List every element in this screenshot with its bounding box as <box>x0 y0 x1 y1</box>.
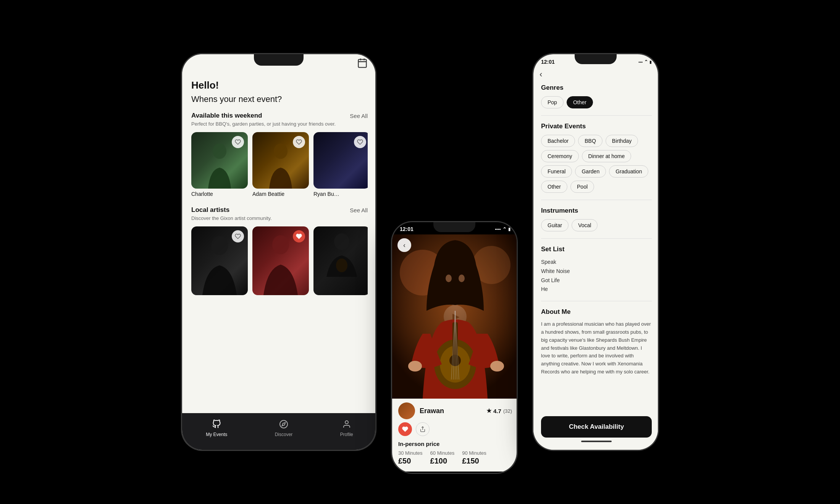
divider-4 <box>541 301 652 301</box>
event-chip-ceremony[interactable]: Ceremony <box>541 150 579 162</box>
charlotte-heart-button[interactable] <box>232 136 244 148</box>
discover-icon <box>279 420 288 430</box>
local-subtitle: Discover the Gixon artist community. <box>191 215 368 221</box>
prices-row: 30 Minutes £50 60 Minutes £100 90 Minute… <box>398 450 512 465</box>
local-artist-1[interactable] <box>191 226 248 295</box>
artist-card-adam[interactable]: Adam Beattie <box>252 132 309 197</box>
like-button[interactable] <box>398 422 412 436</box>
price-60: 60 Minutes £100 <box>430 450 455 465</box>
artist-card-ryan[interactable]: Ryan Bu… <box>313 132 368 197</box>
event-chip-garden[interactable]: Garden <box>575 165 606 178</box>
set-list-section: Set List Speak White Noise Got Life He <box>541 246 652 294</box>
nav-underline <box>260 450 299 451</box>
svg-point-8 <box>334 233 349 250</box>
private-events-label: Private Events <box>541 123 652 130</box>
event-chip-pool[interactable]: Pool <box>570 181 594 193</box>
svg-rect-0 <box>359 60 367 68</box>
divider-2 <box>541 200 652 200</box>
divider-1 <box>541 115 652 116</box>
ryan-heart-button[interactable] <box>354 136 366 148</box>
svg-point-29 <box>490 361 504 372</box>
set-list-item-0: Speak <box>541 258 652 267</box>
phone-3-time: 12:01 <box>400 226 414 232</box>
phone-4-status-icons: ▪▪▪ ⌃ ▮ <box>638 59 652 65</box>
artist-row: Erawan ★ 4.7 (32) <box>398 399 512 422</box>
local-cards-row <box>191 226 368 295</box>
nav-profile[interactable]: Profile <box>340 420 353 437</box>
check-availability-button[interactable]: Check Availability <box>541 416 652 438</box>
event-chip-dinner[interactable]: Dinner at home <box>582 150 632 162</box>
genre-chip-other[interactable]: Other <box>567 96 593 108</box>
price-section-title: In-person price <box>398 441 512 447</box>
adam-name: Adam Beattie <box>252 191 309 197</box>
private-events-section: Private Events Bachelor BBQ Birthday Cer… <box>541 123 652 193</box>
svg-point-18 <box>459 275 465 282</box>
video-area: ‹ ▶ <box>392 234 517 399</box>
available-section-header: Available this weekend See All <box>191 112 368 120</box>
svg-point-28 <box>408 361 422 372</box>
phone-4-scroll-content[interactable]: Genres Pop Other Private Events Bachelor… <box>533 84 659 405</box>
event-chip-funeral[interactable]: Funeral <box>541 165 572 178</box>
set-list-item-3: He <box>541 285 652 294</box>
duration-60: 60 Minutes <box>430 450 455 456</box>
svg-point-10 <box>280 420 288 428</box>
duration-90: 90 Minutes <box>462 450 486 456</box>
instrument-chip-vocal[interactable]: Vocal <box>572 219 598 231</box>
charlotte-name: Charlotte <box>191 191 248 197</box>
phone-4-screen: 12:01 ▪▪▪ ⌃ ▮ ‹ Genres Pop Other <box>533 54 659 451</box>
battery-icon-4: ▮ <box>649 60 652 64</box>
phone-4-back-button[interactable]: ‹ <box>540 69 542 79</box>
price-30: 30 Minutes £50 <box>398 450 423 465</box>
video-back-button[interactable]: ‹ <box>397 238 411 252</box>
event-chip-graduation[interactable]: Graduation <box>609 165 648 178</box>
available-title: Available this weekend <box>191 112 262 120</box>
back-arrow-icon: ‹ <box>403 241 405 249</box>
artist-card-charlotte[interactable]: Charlotte <box>191 132 248 197</box>
calendar-icon[interactable] <box>357 58 368 70</box>
event-chip-other[interactable]: Other <box>541 181 567 193</box>
ryan-image <box>313 132 368 189</box>
artist-rating: ★ 4.7 (32) <box>486 407 512 414</box>
event-chip-bachelor[interactable]: Bachelor <box>541 135 575 147</box>
local-see-all[interactable]: See All <box>350 207 368 213</box>
instruments-chips: Guitar Vocal <box>541 219 652 231</box>
instrument-chip-guitar[interactable]: Guitar <box>541 219 569 231</box>
genre-chip-pop[interactable]: Pop <box>541 96 564 108</box>
greeting-text: Hello! <box>191 79 368 91</box>
local-title: Local artists <box>191 206 229 214</box>
nav-my-events[interactable]: My Events <box>206 420 227 437</box>
set-list-items: Speak White Noise Got Life He <box>541 258 652 294</box>
ryan-name: Ryan Bu… <box>313 191 368 197</box>
artist-name: Erawan <box>420 407 482 415</box>
phone-3-status-icons: ▪▪▪▪ ⌃ ▮ <box>495 226 510 232</box>
local-artist-3[interactable] <box>313 226 368 295</box>
rating-value: 4.7 <box>493 408 501 414</box>
local-artist-2[interactable] <box>252 226 309 295</box>
nav-discover[interactable]: Discover <box>275 420 293 437</box>
share-button[interactable] <box>416 422 430 436</box>
artist-avatar <box>398 402 415 419</box>
my-events-label: My Events <box>206 432 227 437</box>
artist-info: Erawan ★ 4.7 (32) <box>392 399 517 472</box>
available-see-all[interactable]: See All <box>350 113 368 119</box>
price-90: 90 Minutes £150 <box>462 450 486 465</box>
about-section: About Me I am a professional musician wh… <box>541 308 652 376</box>
genres-section: Genres Pop Other <box>541 84 652 108</box>
local-artist-1-heart[interactable] <box>232 230 244 242</box>
bottom-navigation: My Events Discover Profi <box>182 413 376 451</box>
local-artist-2-heart[interactable] <box>293 230 305 242</box>
set-list-item-1: White Noise <box>541 267 652 276</box>
svg-point-17 <box>446 275 452 282</box>
event-chip-bbq[interactable]: BBQ <box>578 135 603 147</box>
phone-4-time: 12:01 <box>541 59 555 65</box>
adam-heart-button[interactable] <box>293 136 305 148</box>
event-chip-birthday[interactable]: Birthday <box>606 135 638 147</box>
home-indicator <box>581 441 612 442</box>
set-list-item-2: Got Life <box>541 276 652 285</box>
profile-icon <box>342 420 351 430</box>
phone-3-notch <box>433 222 475 232</box>
phone-3: 12:01 ▪▪▪▪ ⌃ ▮ <box>391 221 517 473</box>
duration-30: 30 Minutes <box>398 450 423 456</box>
wifi-icon: ⌃ <box>502 226 507 232</box>
discover-label: Discover <box>275 432 293 437</box>
